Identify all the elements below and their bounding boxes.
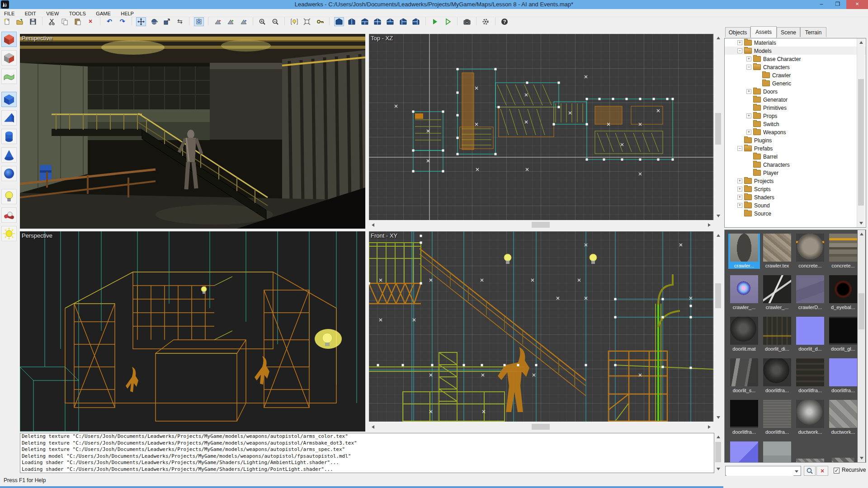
tree-item-materials[interactable]: Materials <box>725 38 866 47</box>
asset-item-selected[interactable]: crawler... <box>728 234 760 269</box>
asset-item[interactable]: crawler_... <box>761 275 793 310</box>
vertical-splitter[interactable] <box>365 34 369 432</box>
expand-button[interactable] <box>302 17 312 26</box>
tab-scene[interactable]: Scene <box>777 27 800 37</box>
menu-edit[interactable]: EDIT <box>21 10 40 18</box>
tree-item-models[interactable]: Models <box>725 47 866 55</box>
asset-item[interactable]: doorlit.mat <box>728 317 760 352</box>
sphere-primitive-tool[interactable] <box>1 166 17 181</box>
open-button[interactable] <box>15 17 25 26</box>
play-button[interactable] <box>430 17 440 26</box>
asset-item[interactable]: ductwork... <box>827 400 859 435</box>
box-primitive-tool[interactable] <box>1 92 17 107</box>
align-y-button[interactable] <box>226 17 236 26</box>
tree-item-switch[interactable]: Switch <box>725 120 866 128</box>
asset-browser-scrollbar[interactable] <box>857 230 865 462</box>
search-combobox[interactable] <box>725 466 801 476</box>
save-button[interactable] <box>28 17 38 26</box>
asset-item[interactable]: crawlerD... <box>794 275 826 310</box>
mirror-tool-button[interactable]: ⇆ <box>175 17 185 26</box>
tree-item-generic[interactable]: Generic <box>725 79 866 87</box>
cut-button[interactable] <box>47 17 57 26</box>
tree-item-plugins[interactable]: Plugins <box>725 136 866 144</box>
play-window-button[interactable] <box>443 17 453 26</box>
layout-7-button[interactable] <box>411 17 421 26</box>
tree-item-base-character[interactable]: Base Character <box>725 55 866 63</box>
menu-game[interactable]: GAME <box>92 10 114 18</box>
viewport-perspective-rendered[interactable]: Perspective <box>20 34 365 229</box>
viewport-top-xz[interactable]: Top - XZ <box>369 34 713 220</box>
tree-item-generator[interactable]: Generator <box>725 95 866 103</box>
expander-icon[interactable] <box>737 40 742 45</box>
point-light-tool[interactable] <box>1 189 17 204</box>
tree-item-doors[interactable]: Doors <box>725 87 866 95</box>
cylinder-primitive-tool[interactable] <box>1 129 17 144</box>
front-xy-horizontal-scrollbar[interactable] <box>369 423 713 431</box>
expander-icon[interactable] <box>746 89 751 94</box>
cone-primitive-tool[interactable] <box>1 147 17 163</box>
asset-item[interactable]: crawler_... <box>728 275 760 310</box>
expander-icon[interactable] <box>746 130 751 135</box>
search-input[interactable] <box>726 467 793 476</box>
tree-item-weapons[interactable]: Weapons <box>725 128 866 136</box>
asset-item[interactable]: doorlitfra... <box>728 400 760 435</box>
new-button[interactable] <box>2 17 12 26</box>
vertex-tool-button[interactable] <box>194 17 204 26</box>
menu-file[interactable]: FILE <box>0 10 19 18</box>
asset-item[interactable]: concrete... <box>794 234 826 269</box>
asset-item[interactable]: doorlit_di... <box>761 317 793 352</box>
asset-item[interactable]: concrete... <box>827 234 859 269</box>
terrain-patch-tool[interactable] <box>1 69 17 84</box>
asset-item[interactable] <box>728 441 760 463</box>
zoom-in-button[interactable] <box>257 17 267 26</box>
light-probe-button[interactable] <box>289 17 299 26</box>
asset-item[interactable]: ductwork... <box>794 400 826 435</box>
viewport-perspective-wireframe[interactable]: Perspective <box>20 231 365 432</box>
help-button[interactable]: ? <box>500 17 509 26</box>
rotate-tool-button[interactable] <box>149 17 159 26</box>
clear-search-button[interactable]: × <box>816 466 828 476</box>
asset-item[interactable]: doorlit_gl... <box>827 317 859 352</box>
expander-icon[interactable] <box>746 113 751 118</box>
chevron-down-icon[interactable] <box>795 470 798 473</box>
asset-item[interactable] <box>794 441 826 463</box>
viewport-front-xy[interactable]: Front - XY <box>369 231 713 422</box>
tree-item-characters-prefab[interactable]: Characters <box>725 160 866 169</box>
brush-cube-tool[interactable] <box>1 32 17 47</box>
expander-icon[interactable] <box>746 56 751 61</box>
tree-item-characters[interactable]: Characters <box>725 63 866 71</box>
search-button[interactable] <box>804 466 816 476</box>
tree-item-source[interactable]: Source <box>725 209 866 217</box>
tab-objects[interactable]: Objects <box>725 27 750 37</box>
minimize-button[interactable]: – <box>814 0 829 9</box>
restore-button[interactable]: ❐ <box>830 0 845 9</box>
top-xz-vertical-scrollbar[interactable] <box>714 34 722 220</box>
align-z-button[interactable] <box>239 17 249 26</box>
tab-terrain[interactable]: Terrain <box>800 27 826 37</box>
key-button[interactable] <box>315 17 325 26</box>
tree-item-projects[interactable]: Projects <box>725 177 866 185</box>
expander-icon[interactable] <box>737 187 742 192</box>
layout-4-button[interactable] <box>373 17 382 26</box>
tree-item-crawler[interactable]: Crawler <box>725 71 866 79</box>
asset-item[interactable]: doorlitfra... <box>761 358 793 394</box>
asset-item[interactable]: d_eyebal... <box>827 275 859 310</box>
tree-item-player[interactable]: Player <box>725 169 866 177</box>
close-button[interactable]: × <box>846 0 868 9</box>
horizontal-splitter[interactable] <box>20 229 713 231</box>
asset-item[interactable]: doorlit_d... <box>794 317 826 352</box>
tree-item-primitives[interactable]: Primitives <box>725 103 866 112</box>
expander-icon[interactable] <box>737 178 742 183</box>
tab-assets[interactable]: Assets <box>750 26 777 38</box>
front-xy-vertical-scrollbar[interactable] <box>714 231 722 422</box>
asset-item[interactable] <box>761 441 793 463</box>
layout-2-button[interactable] <box>347 17 357 26</box>
expander-icon[interactable] <box>737 195 742 200</box>
menu-help[interactable]: HELP <box>117 10 138 18</box>
console-log[interactable]: Deleting texture "C:/Users/Josh/Document… <box>20 433 714 473</box>
paste-button[interactable] <box>73 17 83 26</box>
layout-5-button[interactable] <box>385 17 395 26</box>
zoom-out-button[interactable] <box>270 17 280 26</box>
asset-item[interactable] <box>827 441 859 463</box>
asset-item[interactable]: doorlitfra... <box>827 358 859 394</box>
